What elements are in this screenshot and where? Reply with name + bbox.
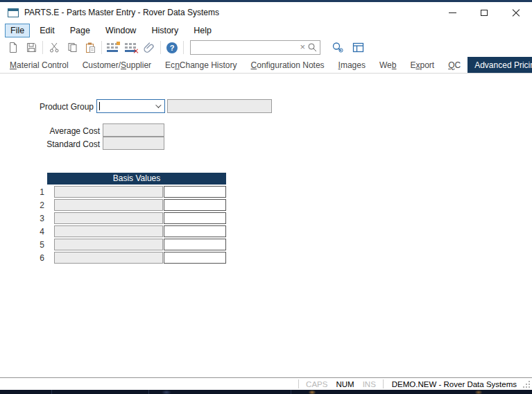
basis-row-number: 3 — [36, 214, 44, 223]
toolbar: ? × — [0, 38, 532, 57]
layout-button[interactable] — [350, 40, 368, 56]
tab-bar: Material Control Customer/Supplier Ecn C… — [0, 57, 532, 74]
basis-row: 6 — [28, 252, 229, 264]
caps-lock-indicator: CAPS — [302, 380, 332, 388]
product-group-combobox[interactable] — [96, 99, 165, 113]
status-message: DEMO.NEW - Rover Data Systems — [386, 380, 522, 388]
resize-grip[interactable] — [522, 380, 531, 388]
toolbar-separator — [160, 41, 161, 54]
paste-button[interactable] — [81, 40, 99, 56]
tab-customer-supplier[interactable]: Customer/Supplier — [76, 57, 158, 73]
tab-images[interactable]: Images — [332, 57, 372, 73]
product-group-label: Product Group — [14, 102, 94, 112]
cut-icon — [49, 42, 60, 53]
basis-row-number: 4 — [36, 227, 44, 237]
standard-cost-field — [103, 137, 164, 150]
chevron-down-icon[interactable] — [155, 102, 161, 108]
window-controls — [436, 2, 532, 23]
title-bar: PARTS.E - Parts Master Entry - Rover Dat… — [0, 2, 532, 23]
find-preview-icon — [332, 42, 345, 53]
basis-row-number: 6 — [36, 253, 44, 263]
paste-icon — [85, 42, 96, 53]
help-button[interactable]: ? — [163, 40, 181, 56]
minimize-icon — [449, 12, 456, 13]
maximize-icon — [481, 10, 488, 16]
save-button[interactable] — [22, 40, 40, 56]
basis-row: 4 — [28, 225, 229, 237]
close-button[interactable] — [500, 2, 532, 23]
basis-value-input[interactable] — [164, 252, 226, 264]
copy-button[interactable] — [63, 40, 81, 56]
search-icon[interactable] — [307, 42, 318, 53]
average-cost-label: Average Cost — [14, 126, 100, 136]
cut-button[interactable] — [45, 40, 63, 56]
basis-value-input[interactable] — [164, 239, 226, 250]
basis-field — [54, 199, 163, 211]
menu-help[interactable]: Help — [188, 24, 217, 37]
basis-value-input[interactable] — [164, 225, 226, 237]
tab-ecn-change-history[interactable]: Ecn Change History — [158, 57, 243, 73]
basis-value-input[interactable] — [164, 199, 226, 211]
basis-row: 1 — [28, 186, 229, 198]
copy-icon — [67, 42, 78, 53]
help-icon: ? — [166, 42, 178, 53]
close-icon — [512, 8, 520, 17]
num-lock-indicator: NUM — [332, 380, 358, 388]
status-separator — [298, 379, 299, 388]
tab-configuration-notes[interactable]: Configuration Notes — [244, 57, 332, 73]
app-window: PARTS.E - Parts Master Entry - Rover Dat… — [0, 0, 532, 394]
basis-field — [54, 252, 163, 264]
menu-page[interactable]: Page — [65, 24, 96, 37]
basis-row-number: 1 — [36, 187, 44, 197]
delete-row-button[interactable] — [122, 40, 140, 56]
delete-row-icon — [125, 43, 137, 53]
product-group-description-field — [167, 99, 272, 113]
layout-pane-icon — [352, 42, 365, 53]
menu-window[interactable]: Window — [100, 24, 141, 37]
app-icon — [8, 8, 19, 17]
insert-row-button[interactable] — [104, 40, 122, 56]
basis-field — [54, 186, 163, 198]
maximize-button[interactable] — [468, 2, 500, 23]
basis-row-number: 5 — [36, 240, 44, 250]
minimize-button[interactable] — [436, 2, 468, 23]
basis-field — [54, 212, 163, 224]
paperclip-icon — [144, 42, 155, 53]
search-box: × — [190, 40, 320, 55]
find-preview-button[interactable] — [329, 40, 347, 56]
basis-row: 2 — [28, 199, 229, 211]
menu-bar: File Edit Page Window History Help — [0, 23, 532, 38]
toolbar-separator — [183, 41, 184, 54]
insert-mode-indicator: INS — [359, 380, 380, 388]
basis-value-input[interactable] — [164, 186, 226, 198]
toolbar-separator — [101, 41, 102, 54]
attach-button[interactable] — [140, 40, 158, 56]
desktop-taskbar-strip — [0, 390, 532, 394]
new-document-icon — [8, 42, 19, 53]
insert-row-icon — [107, 43, 119, 53]
tab-material-control[interactable]: Material Control — [3, 57, 76, 73]
status-separator — [383, 379, 384, 388]
new-button[interactable] — [4, 40, 22, 56]
menu-history[interactable]: History — [146, 24, 184, 37]
tab-export[interactable]: Export — [403, 57, 441, 73]
tab-advanced-pricing[interactable]: Advanced Pricing — [467, 57, 532, 73]
basis-value-input[interactable] — [164, 212, 226, 224]
status-bar: CAPS NUM INS DEMO.NEW - Rover Data Syste… — [0, 377, 532, 390]
basis-values-header: Basis Values — [47, 173, 226, 185]
save-icon — [26, 42, 37, 53]
basis-field — [54, 225, 163, 237]
basis-row-number: 2 — [36, 200, 44, 210]
menu-file[interactable]: File — [5, 24, 30, 37]
basis-row: 5 — [28, 239, 229, 250]
tab-web[interactable]: Web — [372, 57, 403, 73]
text-caret — [99, 102, 100, 110]
toolbar-separator — [42, 41, 43, 54]
average-cost-field — [103, 123, 164, 137]
basis-row: 3 — [28, 212, 229, 224]
search-clear-icon[interactable]: × — [300, 42, 305, 53]
standard-cost-label: Standard Cost — [14, 139, 100, 149]
tab-qc[interactable]: QC — [441, 57, 467, 73]
basis-field — [54, 239, 163, 250]
menu-edit[interactable]: Edit — [34, 24, 60, 37]
